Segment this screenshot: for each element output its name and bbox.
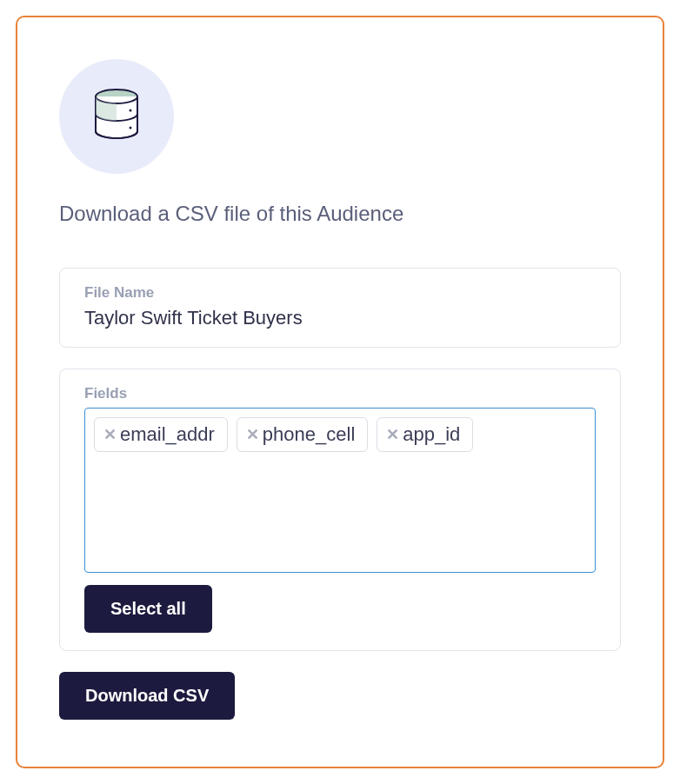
field-chip[interactable]: ✕ phone_cell (237, 417, 368, 452)
field-chip[interactable]: ✕ app_id (377, 417, 473, 452)
remove-chip-icon[interactable]: ✕ (103, 427, 117, 442)
fields-card: Fields ✕ email_addr ✕ phone_cell ✕ app_i… (59, 369, 621, 651)
field-chip[interactable]: ✕ email_addr (94, 417, 228, 452)
remove-chip-icon[interactable]: ✕ (246, 427, 259, 442)
chip-label: app_id (403, 423, 460, 446)
remove-chip-icon[interactable]: ✕ (386, 427, 399, 442)
file-name-label: File Name (84, 284, 596, 302)
chip-label: email_addr (120, 423, 215, 446)
download-csv-button[interactable]: Download CSV (59, 672, 235, 720)
panel-heading: Download a CSV file of this Audience (59, 202, 621, 226)
chip-label: phone_cell (263, 423, 355, 446)
svg-point-2 (130, 127, 132, 130)
select-all-button[interactable]: Select all (84, 585, 212, 633)
file-name-card: File Name (59, 268, 621, 348)
database-icon-circle (59, 59, 174, 174)
download-csv-panel: Download a CSV file of this Audience Fil… (16, 16, 664, 768)
file-name-input[interactable] (84, 307, 596, 329)
fields-label: Fields (84, 385, 596, 402)
svg-point-1 (130, 110, 132, 112)
database-icon (92, 88, 141, 145)
fields-multiselect[interactable]: ✕ email_addr ✕ phone_cell ✕ app_id (84, 408, 596, 573)
